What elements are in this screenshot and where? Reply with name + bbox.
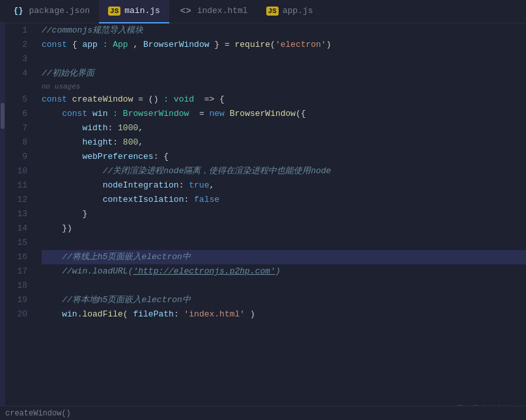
code-line-16: //将线上h5页面嵌入electron中 bbox=[42, 250, 526, 264]
line-num-19: 19 bbox=[5, 293, 27, 307]
code-line-2: const { app : App , BrowserWindow } = re… bbox=[42, 38, 526, 52]
line-num-9: 9 bbox=[5, 150, 27, 164]
line-num-4: 4 bbox=[5, 66, 27, 81]
js-icon-app: JS bbox=[266, 7, 279, 16]
line-num-14: 14 bbox=[5, 221, 27, 236]
line-num-15: 15 bbox=[5, 236, 27, 250]
code-line-13: } bbox=[42, 207, 526, 221]
line-num-18: 18 bbox=[5, 279, 27, 293]
line-numbers: 1 2 3 4 . 5 6 7 8 9 10 11 12 13 14 15 16… bbox=[5, 23, 36, 420]
line-num-17: 17 bbox=[5, 264, 27, 279]
tab-package-json[interactable]: {} package.json bbox=[3, 0, 99, 23]
code-line-7: width: 1000, bbox=[42, 121, 526, 135]
code-line-11: nodeIntegration: true, bbox=[42, 178, 526, 193]
code-line-3 bbox=[42, 52, 526, 66]
editor-area: 1 2 3 4 . 5 6 7 8 9 10 11 12 13 14 15 16… bbox=[0, 23, 526, 420]
json-icon: {} bbox=[12, 6, 25, 16]
code-line-12: contextIsolation: false bbox=[42, 193, 526, 207]
code-line-6: const win : BrowserWindow = new BrowserW… bbox=[42, 107, 526, 121]
html-icon: <> bbox=[178, 5, 193, 17]
tab-app-js[interactable]: JS app.js bbox=[257, 0, 322, 23]
tab-label-index-html: index.html bbox=[197, 6, 248, 16]
bottom-func-label: createWindow() bbox=[5, 409, 71, 418]
line-num-20: 20 bbox=[5, 307, 27, 322]
tab-index-html[interactable]: <> index.html bbox=[169, 0, 257, 23]
code-line-17: //win.loadURL('http://electronjs.p2hp.co… bbox=[42, 264, 526, 279]
code-line-9: webPreferences: { bbox=[42, 150, 526, 164]
code-line-4: //初始化界面 bbox=[42, 66, 526, 81]
code-line-5: const createWindow = () : void => { bbox=[42, 92, 526, 107]
tab-main-js[interactable]: JS main.js bbox=[99, 0, 169, 23]
code-line-8: height: 800, bbox=[42, 135, 526, 150]
js-icon-main: JS bbox=[108, 7, 120, 16]
line-num-10: 10 bbox=[5, 164, 27, 178]
line-num-1: 1 bbox=[5, 23, 27, 38]
code-line-15 bbox=[42, 236, 526, 250]
line-num-nousages: . bbox=[5, 81, 27, 92]
line-num-16: 16 bbox=[5, 250, 27, 264]
code-line-nousages: no usages bbox=[42, 81, 526, 92]
code-line-10: //关闭渲染进程node隔离，使得在渲染进程中也能使用node bbox=[42, 164, 526, 178]
tab-label-package-json: package.json bbox=[29, 6, 90, 16]
line-num-8: 8 bbox=[5, 135, 27, 150]
line-num-13: 13 bbox=[5, 207, 27, 221]
line-num-6: 6 bbox=[5, 107, 27, 121]
line-num-7: 7 bbox=[5, 121, 27, 135]
code-line-14: }) bbox=[42, 221, 526, 236]
bottom-bar: createWindow() bbox=[0, 406, 526, 420]
line-num-11: 11 bbox=[5, 178, 27, 193]
line-num-5: 5 bbox=[5, 92, 27, 107]
code-line-19: //将本地h5页面嵌入electron中 bbox=[42, 293, 526, 307]
code-line-20: win.loadFile( filePath: 'index.html' ) bbox=[42, 307, 526, 322]
line-num-2: 2 bbox=[5, 38, 27, 52]
code-content: //commonjs规范导入模块 const { app : App , Bro… bbox=[36, 23, 526, 420]
tab-bar: {} package.json JS main.js <> index.html… bbox=[0, 0, 526, 23]
tab-label-app-js: app.js bbox=[283, 6, 313, 16]
tab-label-main-js: main.js bbox=[124, 6, 160, 16]
scroll-thumb[interactable] bbox=[1, 103, 5, 129]
code-line-18 bbox=[42, 279, 526, 293]
scrollbar[interactable] bbox=[0, 23, 5, 420]
line-num-3: 3 bbox=[5, 52, 27, 66]
line-num-12: 12 bbox=[5, 193, 27, 207]
code-line-1: //commonjs规范导入模块 bbox=[42, 23, 526, 38]
